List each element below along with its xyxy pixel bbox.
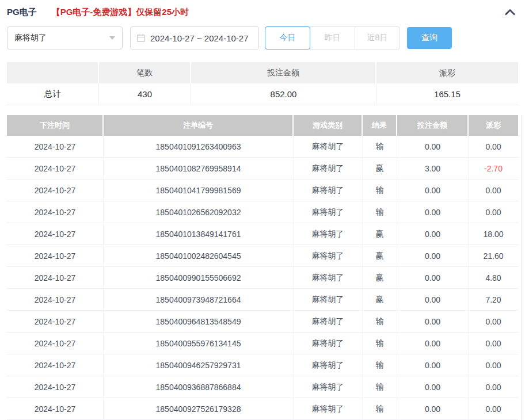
table-row: 2024-10-27 1850400927526179328 麻将胡了 输 0.…	[7, 398, 518, 420]
cell-result: 输	[363, 333, 397, 354]
records-header-amount: 投注金额	[397, 115, 469, 136]
cell-result: 输	[363, 311, 397, 333]
cell-game-type: 麻将胡了	[294, 223, 363, 245]
cell-bet-time: 2024-10-27	[7, 245, 104, 267]
cell-bet-amount: 0.00	[397, 289, 469, 311]
table-row: 2024-10-27 1850400936887866884 麻将胡了 输 0.…	[7, 376, 518, 398]
cell-bet-time: 2024-10-27	[7, 289, 104, 311]
cell-bet-id: 1850401026562092032	[104, 201, 294, 223]
cell-payout: 0.00	[469, 201, 518, 223]
cell-game-type: 麻将胡了	[294, 376, 363, 398]
query-button[interactable]: 查询	[407, 27, 452, 49]
cell-bet-id: 1850400973948721664	[104, 289, 294, 311]
cell-game-type: 麻将胡了	[294, 333, 363, 354]
cell-payout: 0.00	[469, 333, 518, 354]
cell-payout: 0.00	[469, 180, 518, 201]
table-row: 2024-10-27 1850401013849141761 麻将胡了 赢 0.…	[7, 223, 518, 245]
date-range-input[interactable]: 2024-10-27 ~ 2024-10-27	[130, 26, 259, 49]
cell-bet-time: 2024-10-27	[7, 267, 104, 289]
game-select-value: 麻将胡了	[14, 33, 47, 43]
table-row: 2024-10-27 1850400990155506692 麻将胡了 赢 0.…	[7, 267, 518, 289]
topbar: PG电子 【PG电子-免费游戏】仅保留25小时	[0, 0, 525, 18]
cell-bet-amount: 0.00	[397, 223, 469, 245]
summary-total-bet-amount: 852.00	[191, 83, 376, 105]
cell-payout: 21.60	[469, 245, 518, 267]
cell-result: 赢	[363, 289, 397, 311]
cell-result: 输	[363, 376, 397, 398]
summary-total-payout: 165.15	[376, 83, 518, 105]
cell-bet-amount: 3.00	[397, 158, 469, 180]
caret-down-icon	[109, 36, 115, 40]
summary-total-row: 总计 430 852.00 165.15	[7, 83, 518, 105]
cell-result: 赢	[363, 158, 397, 180]
records-header-time: 下注时间	[7, 115, 104, 136]
cell-bet-id: 1850401002482604545	[104, 245, 294, 267]
cell-bet-time: 2024-10-27	[7, 311, 104, 333]
scrollbar-gutter	[521, 115, 522, 420]
notice-text: 【PG电子-免费游戏】仅保留25小时	[52, 7, 189, 18]
cell-bet-time: 2024-10-27	[7, 398, 104, 420]
filter-bar: 麻将胡了 2024-10-27 ~ 2024-10-27 今日 昨日 近8日 查…	[7, 26, 518, 49]
cell-payout: 0.00	[469, 136, 518, 158]
table-row: 2024-10-27 1850400964813548549 麻将胡了 输 0.…	[7, 311, 518, 333]
table-row: 2024-10-27 1850400955976134145 麻将胡了 输 0.…	[7, 333, 518, 354]
summary-header-count: 笔数	[99, 62, 191, 83]
cell-bet-time: 2024-10-27	[7, 223, 104, 245]
cell-payout: 7.20	[469, 289, 518, 311]
records-body: 2024-10-27 1850401091263400963 麻将胡了 输 0.…	[7, 136, 518, 420]
cell-result: 输	[363, 136, 397, 158]
records-header-game: 游戏类别	[294, 115, 363, 136]
cell-game-type: 麻将胡了	[294, 267, 363, 289]
table-row: 2024-10-27 1850401002482604545 麻将胡了 赢 0.…	[7, 245, 518, 267]
cell-bet-id: 1850400964813548549	[104, 311, 294, 333]
cell-bet-id: 1850400946257929731	[104, 354, 294, 376]
today-button[interactable]: 今日	[265, 26, 310, 49]
cell-bet-time: 2024-10-27	[7, 201, 104, 223]
cell-bet-id: 1850401013849141761	[104, 223, 294, 245]
cell-bet-time: 2024-10-27	[7, 354, 104, 376]
summary-total-label: 总计	[7, 83, 99, 105]
cell-payout: 0.00	[469, 376, 518, 398]
table-row: 2024-10-27 1850401041799981569 麻将胡了 输 0.…	[7, 180, 518, 201]
summary-header-payout: 派彩	[376, 62, 518, 83]
records-header-result: 结果	[363, 115, 397, 136]
collapse-panel-button[interactable]	[503, 7, 517, 17]
records-header-payout: 派彩	[469, 115, 518, 136]
cell-bet-amount: 0.00	[397, 136, 469, 158]
cell-payout: 0.00	[469, 311, 518, 333]
last-8-days-button[interactable]: 近8日	[355, 26, 400, 49]
cell-payout: 0.00	[469, 354, 518, 376]
cell-result: 赢	[363, 245, 397, 267]
summary-total-count: 430	[99, 83, 191, 105]
cell-result: 赢	[363, 223, 397, 245]
table-row: 2024-10-27 1850400946257929731 麻将胡了 输 0.…	[7, 354, 518, 376]
cell-bet-time: 2024-10-27	[7, 333, 104, 354]
cell-payout: 18.00	[469, 223, 518, 245]
cell-bet-amount: 0.00	[397, 333, 469, 354]
cell-bet-id: 1850401041799981569	[104, 180, 294, 201]
cell-bet-id: 1850401082769958914	[104, 158, 294, 180]
yesterday-button[interactable]: 昨日	[310, 26, 355, 49]
cell-game-type: 麻将胡了	[294, 354, 363, 376]
cell-bet-id: 1850400936887866884	[104, 376, 294, 398]
cell-bet-amount: 0.00	[397, 201, 469, 223]
cell-game-type: 麻将胡了	[294, 311, 363, 333]
records-section: 下注时间 注单编号 游戏类别 结果 投注金额 派彩 2024-10-27 185…	[7, 115, 518, 420]
cell-bet-time: 2024-10-27	[7, 158, 104, 180]
cell-bet-id: 1850400927526179328	[104, 398, 294, 420]
chevron-up-icon	[504, 7, 516, 17]
page-title: PG电子	[7, 7, 37, 18]
cell-bet-time: 2024-10-27	[7, 180, 104, 201]
summary-header-blank	[7, 62, 99, 83]
game-select[interactable]: 麻将胡了	[7, 26, 123, 49]
cell-bet-amount: 0.00	[397, 180, 469, 201]
cell-bet-amount: 0.00	[397, 376, 469, 398]
cell-result: 输	[363, 180, 397, 201]
records-table: 下注时间 注单编号 游戏类别 结果 投注金额 派彩 2024-10-27 185…	[7, 115, 518, 420]
table-row: 2024-10-27 1850401082769958914 麻将胡了 赢 3.…	[7, 158, 518, 180]
table-row: 2024-10-27 1850400973948721664 麻将胡了 赢 0.…	[7, 289, 518, 311]
cell-game-type: 麻将胡了	[294, 245, 363, 267]
cell-game-type: 麻将胡了	[294, 158, 363, 180]
table-row: 2024-10-27 1850401091263400963 麻将胡了 输 0.…	[7, 136, 518, 158]
cell-result: 输	[363, 354, 397, 376]
